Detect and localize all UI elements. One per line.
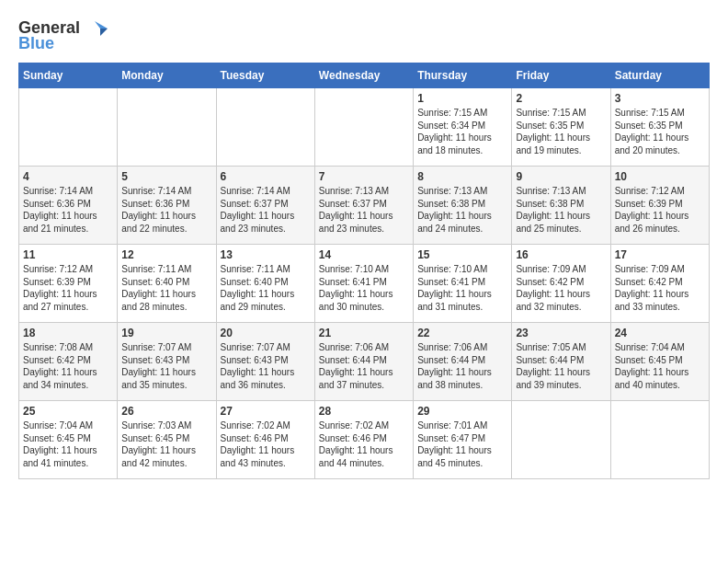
day-info: Sunrise: 7:08 AMSunset: 6:42 PMDaylight:…: [23, 341, 113, 391]
day-info: Sunrise: 7:15 AMSunset: 6:35 PMDaylight:…: [615, 107, 705, 156]
weekday-header: Monday: [118, 63, 216, 88]
calendar-week-row: 11Sunrise: 7:12 AMSunset: 6:39 PMDayligh…: [19, 245, 710, 323]
day-number: 25: [23, 405, 113, 418]
weekday-header: Thursday: [414, 63, 512, 88]
day-number: 3: [615, 92, 705, 105]
day-info: Sunrise: 7:12 AMSunset: 6:39 PMDaylight:…: [23, 263, 113, 313]
day-number: 4: [23, 170, 113, 183]
calendar-header: SundayMondayTuesdayWednesdayThursdayFrid…: [19, 63, 710, 88]
logo-text-block: General Blue: [18, 18, 108, 53]
weekday-header: Tuesday: [216, 63, 314, 88]
day-number: 9: [516, 170, 606, 183]
weekday-header: Saturday: [610, 63, 709, 88]
day-number: 13: [221, 248, 311, 261]
day-info: Sunrise: 7:05 AMSunset: 6:44 PMDaylight:…: [516, 341, 606, 391]
calendar-table: SundayMondayTuesdayWednesdayThursdayFrid…: [18, 63, 710, 479]
weekday-header: Sunday: [19, 63, 118, 88]
day-number: 27: [221, 405, 311, 418]
day-info: Sunrise: 7:15 AMSunset: 6:34 PMDaylight:…: [417, 107, 507, 156]
day-number: 23: [516, 327, 606, 339]
calendar-cell: 15Sunrise: 7:10 AMSunset: 6:41 PMDayligh…: [414, 245, 512, 323]
weekday-row: SundayMondayTuesdayWednesdayThursdayFrid…: [19, 63, 710, 88]
calendar-cell: [118, 88, 216, 167]
day-number: 22: [417, 327, 507, 339]
calendar-cell: 10Sunrise: 7:12 AMSunset: 6:39 PMDayligh…: [610, 167, 709, 245]
day-number: 8: [417, 170, 507, 183]
day-info: Sunrise: 7:14 AMSunset: 6:36 PMDaylight:…: [23, 185, 113, 235]
day-info: Sunrise: 7:07 AMSunset: 6:43 PMDaylight:…: [121, 341, 211, 391]
calendar-week-row: 18Sunrise: 7:08 AMSunset: 6:42 PMDayligh…: [19, 323, 710, 401]
day-info: Sunrise: 7:14 AMSunset: 6:36 PMDaylight:…: [121, 185, 211, 235]
day-number: 17: [615, 248, 705, 261]
day-info: Sunrise: 7:12 AMSunset: 6:39 PMDaylight:…: [615, 185, 705, 235]
calendar-cell: 18Sunrise: 7:08 AMSunset: 6:42 PMDayligh…: [19, 323, 118, 401]
calendar-cell: 14Sunrise: 7:10 AMSunset: 6:41 PMDayligh…: [314, 245, 413, 323]
day-info: Sunrise: 7:13 AMSunset: 6:38 PMDaylight:…: [417, 185, 507, 235]
calendar-cell: 5Sunrise: 7:14 AMSunset: 6:36 PMDaylight…: [118, 167, 216, 245]
day-number: 18: [23, 327, 113, 339]
day-info: Sunrise: 7:09 AMSunset: 6:42 PMDaylight:…: [615, 263, 705, 313]
calendar-cell: 29Sunrise: 7:01 AMSunset: 6:47 PMDayligh…: [414, 401, 512, 479]
calendar-cell: 7Sunrise: 7:13 AMSunset: 6:37 PMDaylight…: [314, 167, 413, 245]
calendar-cell: 20Sunrise: 7:07 AMSunset: 6:43 PMDayligh…: [216, 323, 314, 401]
calendar-week-row: 1Sunrise: 7:15 AMSunset: 6:34 PMDaylight…: [19, 88, 710, 167]
day-number: 26: [121, 405, 211, 418]
logo-bird-icon: [82, 19, 108, 38]
day-info: Sunrise: 7:04 AMSunset: 6:45 PMDaylight:…: [23, 419, 113, 469]
day-info: Sunrise: 7:13 AMSunset: 6:38 PMDaylight:…: [516, 185, 606, 235]
calendar-cell: [216, 88, 314, 167]
day-number: 16: [516, 248, 606, 261]
calendar-week-row: 4Sunrise: 7:14 AMSunset: 6:36 PMDaylight…: [19, 167, 710, 245]
day-number: 6: [221, 170, 311, 183]
calendar-cell: 16Sunrise: 7:09 AMSunset: 6:42 PMDayligh…: [512, 245, 610, 323]
calendar-cell: 2Sunrise: 7:15 AMSunset: 6:35 PMDaylight…: [512, 88, 610, 167]
day-info: Sunrise: 7:06 AMSunset: 6:44 PMDaylight:…: [319, 341, 409, 391]
calendar-cell: 12Sunrise: 7:11 AMSunset: 6:40 PMDayligh…: [118, 245, 216, 323]
day-info: Sunrise: 7:04 AMSunset: 6:45 PMDaylight:…: [615, 341, 705, 391]
calendar-cell: 23Sunrise: 7:05 AMSunset: 6:44 PMDayligh…: [512, 323, 610, 401]
svg-marker-1: [100, 29, 108, 36]
day-number: 7: [319, 170, 409, 183]
day-info: Sunrise: 7:15 AMSunset: 6:35 PMDaylight:…: [516, 107, 606, 156]
calendar-cell: 6Sunrise: 7:14 AMSunset: 6:37 PMDaylight…: [216, 167, 314, 245]
calendar-cell: 21Sunrise: 7:06 AMSunset: 6:44 PMDayligh…: [314, 323, 413, 401]
weekday-header: Wednesday: [314, 63, 413, 88]
day-number: 21: [319, 327, 409, 339]
calendar-cell: 24Sunrise: 7:04 AMSunset: 6:45 PMDayligh…: [610, 323, 709, 401]
calendar-cell: [512, 401, 610, 479]
day-number: 15: [417, 248, 507, 261]
day-number: 19: [121, 327, 211, 339]
svg-marker-0: [95, 21, 108, 29]
calendar-cell: 19Sunrise: 7:07 AMSunset: 6:43 PMDayligh…: [118, 323, 216, 401]
day-number: 1: [417, 92, 507, 105]
calendar-cell: 9Sunrise: 7:13 AMSunset: 6:38 PMDaylight…: [512, 167, 610, 245]
day-info: Sunrise: 7:11 AMSunset: 6:40 PMDaylight:…: [221, 263, 311, 313]
calendar-cell: 25Sunrise: 7:04 AMSunset: 6:45 PMDayligh…: [19, 401, 118, 479]
day-number: 20: [221, 327, 311, 339]
day-info: Sunrise: 7:13 AMSunset: 6:37 PMDaylight:…: [319, 185, 409, 235]
day-number: 14: [319, 248, 409, 261]
page-header: General Blue: [18, 18, 710, 53]
calendar-cell: 1Sunrise: 7:15 AMSunset: 6:34 PMDaylight…: [414, 88, 512, 167]
day-info: Sunrise: 7:09 AMSunset: 6:42 PMDaylight:…: [516, 263, 606, 313]
day-info: Sunrise: 7:10 AMSunset: 6:41 PMDaylight:…: [417, 263, 507, 313]
day-info: Sunrise: 7:02 AMSunset: 6:46 PMDaylight:…: [319, 419, 409, 469]
calendar-cell: [19, 88, 118, 167]
day-number: 24: [615, 327, 705, 339]
day-info: Sunrise: 7:07 AMSunset: 6:43 PMDaylight:…: [221, 341, 311, 391]
day-number: 10: [615, 170, 705, 183]
calendar-cell: 11Sunrise: 7:12 AMSunset: 6:39 PMDayligh…: [19, 245, 118, 323]
logo: General Blue: [18, 18, 108, 53]
day-info: Sunrise: 7:03 AMSunset: 6:45 PMDaylight:…: [121, 419, 211, 469]
day-info: Sunrise: 7:10 AMSunset: 6:41 PMDaylight:…: [319, 263, 409, 313]
calendar-cell: 13Sunrise: 7:11 AMSunset: 6:40 PMDayligh…: [216, 245, 314, 323]
weekday-header: Friday: [512, 63, 610, 88]
day-number: 5: [121, 170, 211, 183]
day-number: 28: [319, 405, 409, 418]
day-number: 2: [516, 92, 606, 105]
calendar-cell: 27Sunrise: 7:02 AMSunset: 6:46 PMDayligh…: [216, 401, 314, 479]
day-info: Sunrise: 7:01 AMSunset: 6:47 PMDaylight:…: [417, 419, 507, 469]
day-info: Sunrise: 7:06 AMSunset: 6:44 PMDaylight:…: [417, 341, 507, 391]
calendar-cell: 8Sunrise: 7:13 AMSunset: 6:38 PMDaylight…: [414, 167, 512, 245]
day-number: 12: [121, 248, 211, 261]
